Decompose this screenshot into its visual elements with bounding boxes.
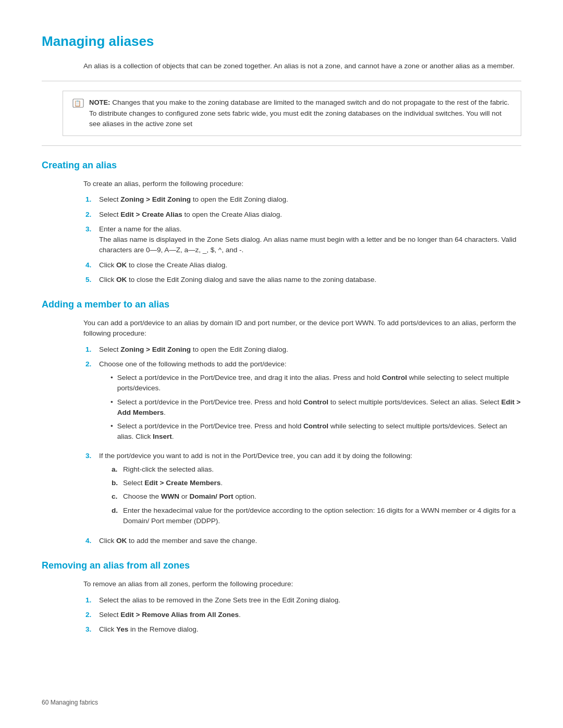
adding-alpha-a: Right-click the selected alias. (109, 464, 521, 475)
adding-intro: You can add a port/device to an alias by… (83, 318, 521, 339)
adding-step4-ok: OK (116, 537, 127, 545)
adding-b3-insert: Insert (153, 433, 172, 440)
adding-step1-bold: Zoning > Edit Zoning (120, 346, 191, 353)
adding-step-4: Click OK to add the member and save the … (83, 536, 521, 546)
creating-step-2: Select Edit > Create Alias to open the C… (83, 209, 521, 220)
adding-alpha-c-wwn: WWN (161, 492, 179, 500)
svg-text:📋: 📋 (74, 100, 81, 107)
adding-bullet-2: Select a port/device in the Port/Device … (109, 397, 521, 418)
removing-intro: To remove an alias from all zones, perfo… (83, 579, 521, 589)
removing-steps-list: Select the alias to be removed in the Zo… (83, 595, 521, 635)
adding-b3-ctrl: Control (303, 422, 328, 430)
creating-step2-bold: Edit > Create Alias (120, 211, 182, 218)
section-title-removing: Removing an alias from all zones (42, 559, 521, 573)
adding-bullet-3: Select a port/device in the Port/Device … (109, 421, 521, 442)
creating-step-5: Click OK to close the Edit Zoning dialog… (83, 275, 521, 285)
adding-bullets: Select a port/device in the Port/Device … (109, 373, 521, 442)
section-title-creating: Creating an alias (42, 158, 521, 172)
note-icon: 📋 (72, 98, 84, 129)
page-footer: 60 Managing fabrics (42, 698, 98, 707)
section-creating-body: To create an alias, perform the followin… (83, 179, 521, 285)
adding-alpha-d: Enter the hexadecimal value for the port… (109, 505, 521, 527)
note-label: NOTE: (89, 98, 110, 106)
removing-step-3: Click Yes in the Remove dialog. (83, 624, 521, 635)
adding-b2-ctrl: Control (303, 398, 328, 406)
note-icon-svg: 📋 (72, 98, 84, 108)
creating-step1-bold1: Zoning > Edit Zoning (120, 195, 191, 203)
creating-step-1: Select Zoning > Edit Zoning to open the … (83, 194, 521, 205)
adding-bullet-1: Select a port/device in the Port/Device … (109, 373, 521, 394)
note-text: Changes that you make to the zoning data… (89, 98, 509, 128)
adding-alpha-c-domain: Domain/ Port (190, 492, 234, 500)
creating-intro: To create an alias, perform the followin… (83, 179, 521, 189)
creating-step3-note: The alias name is displayed in the Zone … (99, 236, 516, 254)
intro-text: An alias is a collection of objects that… (83, 61, 521, 71)
adding-step-3: If the port/device you want to add is no… (83, 451, 521, 532)
adding-alpha-b-menu: Edit > Create Members (144, 479, 221, 487)
note-box: 📋 NOTE: Changes that you make to the zon… (63, 91, 521, 136)
creating-step-3: Enter a name for the alias. The alias na… (83, 224, 521, 256)
note-content: NOTE: Changes that you make to the zonin… (89, 97, 511, 129)
divider-1 (42, 81, 521, 81)
section-removing-body: To remove an alias from all zones, perfo… (83, 579, 521, 635)
removing-step2-menu: Edit > Remove Alias from All Zones (120, 611, 239, 619)
removing-step-2: Select Edit > Remove Alias from All Zone… (83, 610, 521, 620)
adding-alpha-c: Choose the WWN or Domain/ Port option. (109, 491, 521, 502)
section-adding-body: You can add a port/device to an alias by… (83, 318, 521, 546)
creating-step4-ok: OK (116, 261, 127, 269)
adding-b1-ctrl: Control (382, 374, 407, 381)
page-title: Managing aliases (42, 31, 521, 52)
removing-step3-yes: Yes (116, 625, 128, 633)
creating-step5-ok: OK (116, 276, 127, 283)
adding-steps-list: Select Zoning > Edit Zoning to open the … (83, 344, 521, 547)
removing-step-1: Select the alias to be removed in the Zo… (83, 595, 521, 606)
adding-alpha-b: Select Edit > Create Members. (109, 478, 521, 488)
adding-step-2: Choose one of the following methods to a… (83, 359, 521, 447)
adding-alpha-list: Right-click the selected alias. Select E… (109, 464, 521, 526)
creating-step-4: Click OK to close the Create Alias dialo… (83, 260, 521, 270)
divider-2 (42, 145, 521, 146)
creating-steps-list: Select Zoning > Edit Zoning to open the … (83, 194, 521, 285)
section-title-adding: Adding a member to an alias (42, 298, 521, 312)
adding-step-1: Select Zoning > Edit Zoning to open the … (83, 344, 521, 355)
